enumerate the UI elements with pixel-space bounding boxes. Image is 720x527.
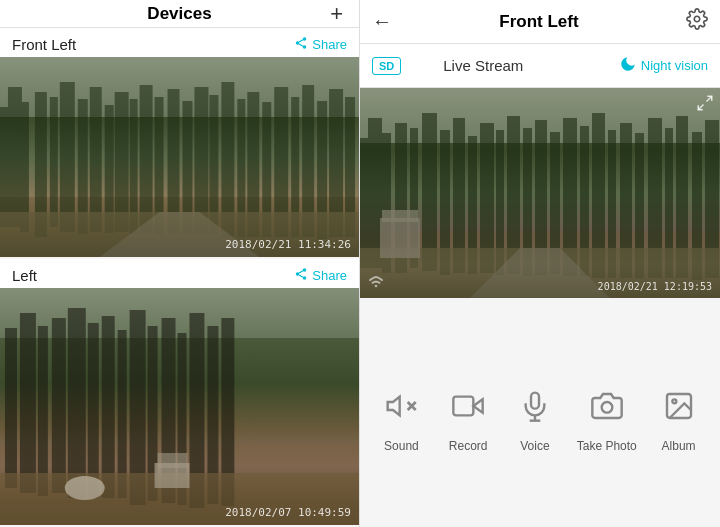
svg-rect-10 [60, 82, 75, 232]
svg-marker-95 [474, 399, 483, 412]
svg-rect-57 [158, 453, 188, 468]
live-stream-label: Live Stream [443, 57, 523, 74]
timestamp-left: 2018/02/07 10:49:59 [225, 506, 351, 519]
svg-rect-6 [8, 87, 22, 227]
camera-controls: Sound Record Voice [360, 298, 720, 527]
svg-rect-96 [454, 396, 474, 415]
share-label-front-left: Share [312, 37, 347, 52]
sound-control[interactable]: Sound [376, 381, 426, 453]
svg-line-37 [299, 275, 303, 277]
record-label: Record [449, 439, 488, 453]
camera-detail-title: Front Left [499, 12, 578, 32]
svg-rect-16 [140, 85, 153, 233]
svg-rect-12 [90, 87, 102, 232]
share-button-left[interactable]: Share [294, 267, 347, 284]
fullscreen-icon[interactable] [696, 94, 714, 116]
sd-badge[interactable]: SD [372, 57, 401, 75]
record-control[interactable]: Record [443, 381, 493, 453]
timestamp-detail: 2018/02/21 12:19:53 [598, 281, 712, 292]
album-control[interactable]: Album [654, 381, 704, 453]
svg-point-35 [296, 272, 300, 276]
device-card-header-2: Left Share [0, 259, 359, 288]
camera-feed-left[interactable]: 2018/02/07 10:49:59 [0, 288, 359, 525]
svg-rect-46 [118, 330, 127, 498]
svg-point-34 [303, 268, 307, 272]
share-button-front-left[interactable]: Share [294, 36, 347, 53]
night-vision-button[interactable]: Night vision [619, 55, 708, 77]
svg-point-2 [303, 45, 307, 49]
svg-rect-42 [52, 318, 66, 493]
svg-rect-97 [531, 392, 539, 408]
device-card-left: Left Share [0, 259, 359, 525]
add-device-button[interactable]: + [330, 1, 343, 27]
voice-control[interactable]: Voice [510, 381, 560, 453]
svg-rect-45 [102, 316, 115, 498]
svg-point-0 [303, 37, 307, 41]
svg-point-58 [694, 16, 700, 22]
camera-feed-front-left[interactable]: 2018/02/21 11:34:26 [0, 57, 359, 257]
take-photo-icon-wrap [582, 381, 632, 431]
svg-rect-43 [68, 308, 86, 498]
svg-rect-88 [382, 210, 418, 222]
timestamp-front-left: 2018/02/21 11:34:26 [225, 238, 351, 251]
device-name-left: Left [12, 267, 37, 284]
share-icon [294, 36, 308, 53]
svg-line-3 [299, 44, 303, 46]
camera-toolbar: SD Live Stream Night vision [360, 44, 720, 88]
svg-point-1 [296, 41, 300, 45]
svg-rect-9 [50, 97, 58, 227]
svg-rect-40 [20, 313, 36, 493]
share-label-left: Share [312, 268, 347, 283]
svg-rect-41 [38, 326, 48, 496]
svg-rect-44 [88, 323, 99, 498]
svg-point-91 [375, 285, 378, 288]
right-panel: ← Front Left SD Live Stream Night vision [360, 0, 720, 527]
settings-button[interactable] [686, 8, 708, 35]
svg-rect-14 [115, 92, 129, 232]
svg-line-38 [299, 271, 303, 273]
take-photo-control[interactable]: Take Photo [577, 381, 637, 453]
voice-label: Voice [520, 439, 549, 453]
svg-line-90 [698, 105, 703, 110]
night-vision-label: Night vision [641, 58, 708, 73]
svg-point-102 [672, 399, 676, 403]
svg-line-4 [299, 40, 303, 42]
svg-marker-92 [388, 396, 400, 415]
device-card-header: Front Left Share [0, 28, 359, 57]
record-icon-wrap [443, 381, 493, 431]
album-label: Album [662, 439, 696, 453]
svg-point-100 [601, 402, 612, 413]
svg-rect-39 [5, 328, 17, 488]
sound-label: Sound [384, 439, 419, 453]
svg-point-36 [303, 276, 307, 280]
svg-rect-87 [380, 218, 420, 258]
device-card-front-left: Front Left Share [0, 28, 359, 257]
svg-point-55 [65, 476, 105, 500]
svg-rect-60 [368, 118, 382, 268]
camera-feed-detail[interactable]: 2018/02/21 12:19:53 [360, 88, 720, 298]
camera-detail-header: ← Front Left [360, 0, 720, 44]
left-panel: Devices + Front Left Share [0, 0, 360, 527]
night-vision-icon [619, 55, 637, 77]
voice-icon-wrap [510, 381, 560, 431]
take-photo-label: Take Photo [577, 439, 637, 453]
back-button[interactable]: ← [372, 10, 392, 33]
devices-title: Devices [147, 4, 211, 24]
svg-rect-64 [422, 113, 437, 271]
album-icon-wrap [654, 381, 704, 431]
share-icon-2 [294, 267, 308, 284]
svg-line-89 [707, 96, 712, 101]
sound-icon-wrap [376, 381, 426, 431]
device-name-front-left: Front Left [12, 36, 76, 53]
devices-header: Devices + [0, 0, 359, 28]
